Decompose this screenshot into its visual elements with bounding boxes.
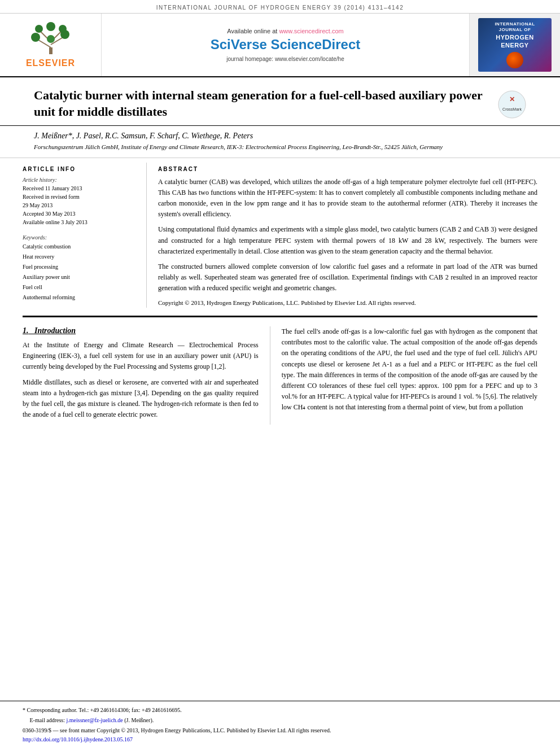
content-left-col: 1. Introduction At the Institute of Ener… [23, 326, 270, 425]
article-info-heading: ARTICLE INFO [23, 166, 135, 172]
svg-point-9 [46, 22, 55, 31]
corresponding-author-text: * Corresponding author. Tel.: +49 246161… [23, 707, 182, 713]
journal-logo-area: InternationalJournal ofHYDROGENENERGY [470, 14, 560, 76]
authors-line: J. Meißner*, J. Pasel, R.C. Samsun, F. S… [34, 132, 526, 141]
authors-section: J. Meißner*, J. Pasel, R.C. Samsun, F. S… [0, 126, 560, 158]
received-revised-label: Received in revised form [23, 193, 135, 201]
affiliation-line: Forschungszentrum Jülich GmbH, Institute… [34, 143, 526, 151]
abstract-para2: Using computational fluid dynamics and e… [158, 224, 537, 257]
keywords-group: Keywords: Catalytic combustion Heat reco… [23, 234, 135, 303]
article-info-abstract-section: ARTICLE INFO Article history: Received 1… [0, 158, 560, 312]
article-history-group: Article history: Received 11 January 201… [23, 177, 135, 226]
svg-text:CrossMark: CrossMark [502, 107, 522, 111]
svg-point-7 [35, 25, 43, 33]
doi-link[interactable]: http://dx.doi.org/10.1016/j.ijhydene.201… [23, 736, 133, 742]
content-right-col: The fuel cell's anode off-gas is a low-c… [270, 326, 537, 425]
footer-section: * Corresponding author. Tel.: +49 246161… [0, 701, 560, 747]
email-label: E-mail address: [30, 717, 65, 723]
elsevier-brand-label: ELSEVIER [26, 58, 75, 68]
crossmark-badge[interactable]: ✕ CrossMark [498, 90, 526, 119]
keywords-label: Keywords: [23, 234, 135, 241]
sciencedirect-url[interactable]: www.sciencedirect.com [279, 28, 343, 34]
abstract-para3: The constructed burners allowed complete… [158, 261, 537, 294]
doi-line[interactable]: http://dx.doi.org/10.1016/j.ijhydene.201… [23, 736, 537, 742]
elsevier-logo-area: ELSEVIER [0, 14, 102, 76]
section-title: Introduction [34, 326, 76, 335]
section-heading-intro: 1. Introduction [23, 326, 259, 335]
svg-point-8 [59, 25, 67, 33]
section-num: 1. [23, 326, 29, 335]
article-info-col: ARTICLE INFO Article history: Received 1… [23, 163, 147, 308]
elsevier-tree-icon [25, 22, 76, 56]
keywords-list: Catalytic combustion Heat recovery Fuel … [23, 242, 135, 303]
intro-para2: Middle distillates, such as diesel or ke… [23, 377, 259, 421]
intro-para1: At the Institute of Energy and Climate R… [23, 340, 259, 373]
email-suffix: (J. Meißner). [124, 717, 154, 723]
branding-row: ELSEVIER Available online at www.science… [0, 14, 560, 77]
sciencedirect-brand: SciVerse ScienceDirect [211, 37, 361, 53]
journal-homepage: journal homepage: www.elsevier.com/locat… [226, 56, 344, 62]
page-wrapper: INTERNATIONAL JOURNAL OF HYDROGEN ENERGY… [0, 0, 560, 747]
svg-point-5 [31, 33, 40, 42]
intro-right-para1: The fuel cell's anode off-gas is a low-c… [282, 326, 537, 413]
main-title: Catalytic burner with internal steam gen… [34, 88, 487, 120]
journal-header: INTERNATIONAL JOURNAL OF HYDROGEN ENERGY… [0, 0, 560, 14]
keyword-4: Auxiliary power unit [23, 272, 135, 282]
keyword-2: Heat recovery [23, 252, 135, 262]
svg-rect-0 [49, 47, 53, 54]
abstract-para1: A catalytic burner (CAB) was developed, … [158, 177, 537, 220]
corresponding-author-note: * Corresponding author. Tel.: +49 246161… [23, 706, 537, 715]
available-text: Available online at www.sciencedirect.co… [227, 28, 343, 34]
email-link[interactable]: j.meissner@fz-juelich.de [66, 717, 123, 723]
sciencedirect-area: Available online at www.sciencedirect.co… [102, 14, 470, 76]
accepted: Accepted 30 May 2013 [23, 209, 135, 218]
keyword-3: Fuel processing [23, 262, 135, 272]
svg-text:✕: ✕ [509, 95, 515, 103]
keyword-1: Catalytic combustion [23, 242, 135, 252]
available-online: Available online 3 July 2013 [23, 218, 135, 226]
journal-header-text: INTERNATIONAL JOURNAL OF HYDROGEN ENERGY… [156, 5, 404, 11]
issn-line: 0360-3199/$ — see front matter Copyright… [23, 726, 537, 735]
abstract-col: ABSTRACT A catalytic burner (CAB) was de… [147, 163, 537, 308]
title-section: Catalytic burner with internal steam gen… [0, 77, 560, 126]
abstract-copyright: Copyright © 2013, Hydrogen Energy Public… [158, 298, 537, 308]
svg-point-10 [47, 35, 55, 43]
abstract-heading: ABSTRACT [158, 166, 537, 172]
journal-logo-box: InternationalJournal ofHYDROGENENERGY [478, 18, 552, 72]
keyword-5: Fuel cell [23, 282, 135, 292]
main-content-section: 1. Introduction At the Institute of Ener… [0, 321, 560, 430]
revised-date: 29 May 2013 [23, 201, 135, 209]
thick-divider [23, 316, 537, 317]
email-note: E-mail address: j.meissner@fz-juelich.de… [23, 716, 537, 725]
article-history-label: Article history: [23, 177, 135, 183]
received1: Received 11 January 2013 [23, 184, 135, 193]
keyword-6: Autothermal reforming [23, 292, 135, 303]
journal-logo-title: InternationalJournal ofHYDROGENENERGY [495, 21, 535, 50]
